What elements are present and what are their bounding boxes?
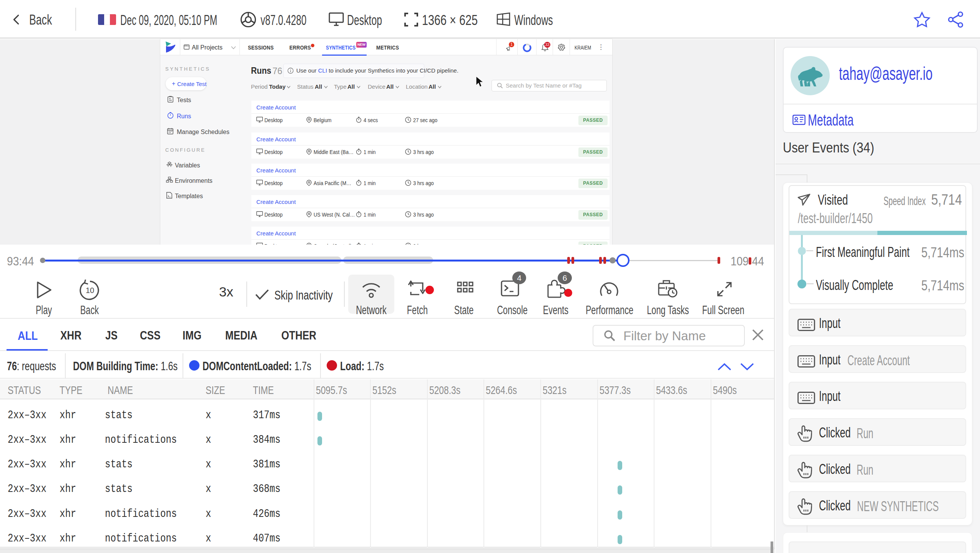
svg-text:10: 10: [86, 286, 94, 295]
